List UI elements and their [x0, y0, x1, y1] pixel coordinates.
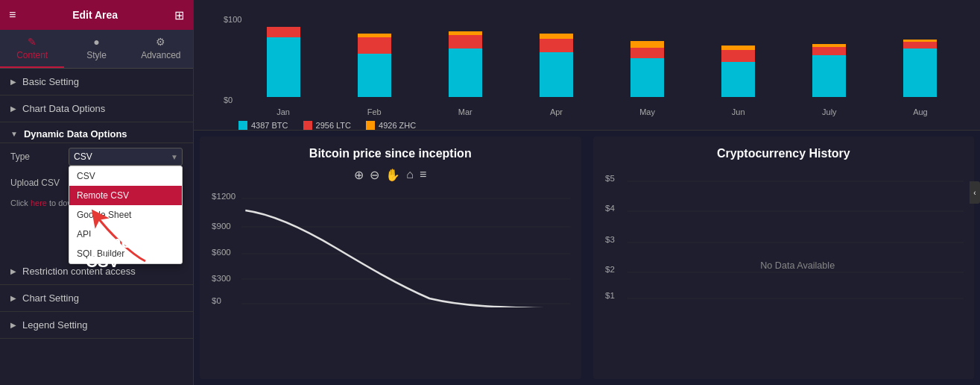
legend-setting-label: Legend Setting [22, 319, 87, 331]
svg-text:$0: $0 [212, 296, 221, 305]
bitcoin-panel: Bitcoin price since inception ⊕ ⊖ ✋ ⌂ ≡ … [200, 137, 581, 379]
svg-text:$1200: $1200 [212, 192, 235, 201]
section-chart-setting[interactable]: ▶ Chart Setting [0, 285, 193, 312]
arrow-dynamic: ▼ [10, 130, 18, 138]
bar-red-may [630, 48, 664, 58]
tab-advanced[interactable]: ⚙ Advanced [129, 30, 193, 68]
bar-stack-jun [721, 46, 755, 97]
bar-chart-container [209, 7, 965, 97]
bar-orange-apr [540, 34, 573, 39]
x-label-feb: Feb [329, 107, 419, 116]
tab-content[interactable]: ✎ Content [0, 30, 64, 68]
type-select-wrapper: CSV Remote CSV Google Sheet API SQL Buil… [69, 148, 183, 166]
type-field-row: Type CSV Remote CSV Google Sheet API SQL… [0, 143, 193, 170]
svg-text:$3: $3 [605, 235, 615, 244]
chart-setting-label: Chart Setting [22, 292, 79, 304]
chart-controls: ⊕ ⊖ ✋ ⌂ ≡ [210, 168, 571, 182]
bar-stack-may [630, 41, 664, 97]
pan-icon[interactable]: ✋ [385, 168, 400, 182]
left-panel: ≡ Edit Area ⊞ ✎ Content ● Style ⚙ Advanc… [0, 0, 194, 385]
legend-zhc: 4926 ZHC [366, 121, 416, 130]
menu-icon[interactable]: ≡ [9, 8, 16, 22]
svg-text:$2: $2 [605, 265, 615, 274]
arrow-chart-data: ▶ [10, 104, 16, 113]
tab-style[interactable]: ● Style [64, 30, 128, 68]
bar-stack-jan [267, 27, 300, 97]
chart-legend: 4387 BTC 2956 LTC 4926 ZHC [209, 121, 965, 130]
menu-chart-icon[interactable]: ≡ [420, 168, 426, 182]
legend-ltc: 2956 LTC [303, 121, 352, 130]
dropdown-option-csv[interactable]: CSV [69, 166, 182, 186]
advanced-icon: ⚙ [156, 36, 165, 48]
x-label-july: July [785, 107, 874, 116]
panel-header: ≡ Edit Area ⊞ [0, 0, 193, 30]
bar-red-mar [449, 35, 482, 48]
legend-dot-ltc [303, 121, 312, 130]
crypto-history-chart: $5 $4 $3 $2 $1 No Data Available [604, 168, 964, 369]
svg-text:$300: $300 [212, 274, 231, 283]
tab-advanced-label: Advanced [141, 50, 180, 60]
y-axis: $100 $0 [224, 15, 241, 104]
section-legend-setting[interactable]: ▶ Legend Setting [0, 312, 193, 339]
bar-stack-feb [358, 34, 391, 97]
panel-title: Edit Area [72, 9, 118, 21]
x-label-mar: Mar [420, 107, 510, 116]
legend-dot-btc [238, 121, 247, 130]
x-label-jan: Jan [238, 107, 328, 116]
legend-btc: 4387 BTC [238, 121, 288, 130]
section-dynamic-data-header[interactable]: ▼ Dynamic Data Options [0, 122, 193, 143]
x-label-apr: Apr [511, 107, 601, 116]
bar-cyan-july [812, 55, 846, 97]
section-basic-setting[interactable]: ▶ Basic Setting [0, 69, 193, 96]
x-label-jun: Jun [694, 107, 783, 116]
zoom-out-icon[interactable]: ⊖ [370, 168, 379, 182]
panel-content: ▶ Basic Setting ▶ Chart Data Options ▼ D… [0, 69, 193, 385]
arrow-legend: ▶ [10, 321, 16, 329]
bar-group-mar [420, 31, 510, 97]
content-icon: ✎ [28, 36, 37, 48]
crypto-history-panel: Cryptocurrency History $5 $4 $3 $2 $1 No… [593, 137, 975, 379]
dropdown-option-sql-builder[interactable]: SQL Builder [69, 244, 182, 263]
dropdown-option-api[interactable]: API [69, 225, 182, 244]
bar-group-july [785, 44, 874, 97]
csv-download-link[interactable]: here [31, 198, 47, 207]
legend-dot-zhc [366, 121, 375, 130]
bar-group-aug [876, 40, 965, 97]
section-chart-data-options[interactable]: ▶ Chart Data Options [0, 96, 193, 122]
bar-stack-apr [540, 34, 573, 97]
svg-text:$900: $900 [212, 222, 231, 231]
bar-cyan-mar [449, 48, 482, 97]
tab-style-label: Style [86, 50, 107, 60]
style-icon: ● [93, 36, 99, 48]
bar-cyan-jan [267, 37, 300, 97]
bar-red-aug [903, 42, 937, 48]
zoom-in-icon[interactable]: ⊕ [354, 168, 364, 182]
tabs: ✎ Content ● Style ⚙ Advanced [0, 30, 193, 69]
bar-stack-july [812, 44, 846, 97]
bar-red-apr [540, 39, 573, 52]
dropdown-option-google-sheet[interactable]: Google Sheet [69, 205, 182, 225]
legend-zhc-label: 4926 ZHC [379, 121, 416, 130]
y-label-100: $100 [224, 15, 241, 24]
x-label-may: May [603, 107, 692, 116]
x-labels: Jan Feb Mar Apr May Jun July Aug [209, 107, 965, 116]
bar-red-july [812, 47, 846, 55]
arrow-restriction: ▶ [10, 267, 16, 275]
bar-group-feb [329, 34, 419, 97]
arrow-basic: ▶ [10, 78, 16, 86]
legend-ltc-label: 2956 LTC [316, 121, 352, 130]
bar-red-jun [721, 50, 755, 62]
type-select[interactable]: CSV Remote CSV Google Sheet API SQL Buil… [69, 148, 183, 166]
legend-btc-label: 4387 BTC [251, 121, 288, 130]
bar-red-feb [358, 37, 391, 54]
svg-text:$600: $600 [212, 248, 231, 257]
collapse-handle[interactable]: ‹ [970, 181, 980, 204]
arrow-chart-setting: ▶ [10, 294, 16, 302]
home-icon[interactable]: ⌂ [406, 168, 414, 182]
dropdown-option-remote-csv[interactable]: Remote CSV [69, 186, 182, 205]
right-content: $100 $0 [194, 0, 980, 385]
grid-icon[interactable]: ⊞ [174, 8, 184, 22]
bar-group-jan [238, 27, 328, 97]
bitcoin-chart-title: Bitcoin price since inception [210, 147, 571, 160]
type-label: Type [10, 151, 63, 162]
